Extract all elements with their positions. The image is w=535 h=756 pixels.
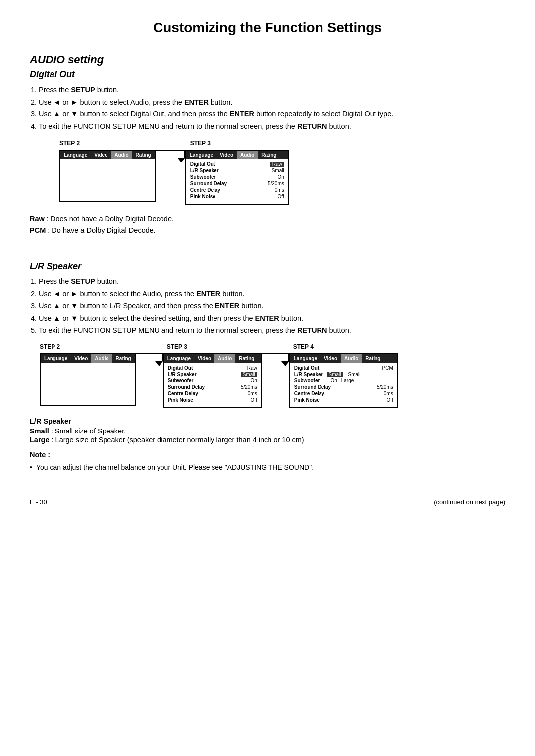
menu-row-centre-delay: Centre Delay 0ms [190,187,284,193]
step-4: To exit the FUNCTION SETUP MENU and retu… [39,120,505,133]
lr-speaker-title: L/R Speaker [30,261,505,271]
lr-step-3: Use ▲ or ▼ button to L/R Speaker, and th… [39,300,505,312]
footer: E - 30 (continued on next page) [30,493,505,506]
footer-left: E - 30 [30,498,47,506]
step4-menu-lr: Language Video Audio Rating Digital Out … [289,353,398,408]
menu-row-surround-delay: Surround Delay 5/20ms [190,181,284,186]
step3-menu-lr: Language Video Audio Rating Digital Out … [163,353,262,408]
lr-speaker-notes: L/R Speaker Small : Small size of Speake… [30,417,505,473]
step2-label-do: STEP 2 [59,140,80,147]
digital-out-notes: Raw : Does not have a Dolby Digital Deco… [30,214,505,236]
step3-label-do: STEP 3 [190,140,211,147]
lr-speaker-label: L/R Speaker [30,417,505,425]
menu-row-pink-noise: Pink Noise Off [190,194,284,199]
step2-label-lr: STEP 2 [40,343,60,350]
step-2: Use ◄ or ► button to select Audio, press… [39,96,505,108]
page-title: Customizing the Function Settings [30,20,505,36]
digital-out-instructions: Press the SETUP button. Use ◄ or ► butto… [30,84,505,133]
lr-step-4: Use ▲ or ▼ button to select the desired … [39,312,505,324]
note-label: Note : [30,451,505,459]
lr-step-1: Press the SETUP button. [39,275,505,288]
step-3: Use ▲ or ▼ button to select Digital Out,… [39,108,505,120]
audio-section-title: AUDIO setting [30,54,505,66]
step2-menu-lr: Language Video Audio Rating [40,353,136,406]
menu-row-digital-out: Digital Out Raw [190,162,284,167]
step4-label-lr: STEP 4 [293,343,314,350]
step3-menu-do: Language Video Audio Rating Digital Out … [185,150,289,205]
lr-step-5: To exit the FUNCTION SETUP MENU and retu… [39,324,505,337]
step3-label-lr: STEP 3 [167,343,187,350]
menu-row-subwoofer: Subwoofer On [190,174,284,180]
step2-menu-do: Language Video Audio Rating [59,150,156,202]
note-bullet: • You can adjust the channel balance on … [30,462,505,473]
note-large: Large : Large size of Speaker (speaker d… [30,436,505,444]
lr-step-2: Use ◄ or ► button to select the Audio, p… [39,288,505,300]
lr-speaker-instructions: Press the SETUP button. Use ◄ or ► butto… [30,275,505,336]
step-1: Press the SETUP button. [39,84,505,96]
footer-right: (continued on next page) [434,498,505,506]
note-small: Small : Small size of Speaker. [30,427,505,435]
menu-row-lr-speaker: L/R Speaker Small [190,168,284,173]
digital-out-title: Digital Out [30,69,505,80]
